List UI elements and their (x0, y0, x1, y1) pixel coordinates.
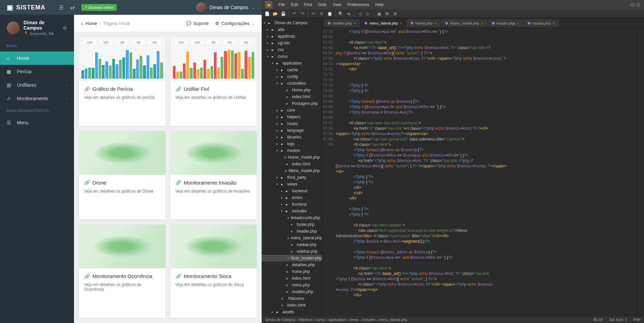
close-icon[interactable]: × (400, 22, 402, 25)
search-icon[interactable]: 🔍 (337, 10, 344, 17)
online-badge[interactable]: 7 Usuários online (81, 4, 117, 11)
tree-item[interactable]: ●header.php (262, 228, 322, 235)
next-icon[interactable]: ▷ (364, 10, 372, 17)
tree-item[interactable]: ●Menu_model.php (262, 167, 322, 174)
tree-item[interactable]: ●home.php (262, 268, 322, 275)
dashboard-card[interactable]: 11661045398366658🔗Gráfico de PeríciaVeja… (79, 37, 165, 126)
dashboard-card[interactable]: 🔗Monitoramento SiocaVeja em detalhes os … (171, 225, 257, 318)
minimap[interactable] (637, 28, 644, 316)
sidebar-item-pericia[interactable]: ▦Perícia (0, 65, 74, 78)
close-icon[interactable]: × (517, 22, 519, 25)
settings-icon[interactable]: ⚙ (391, 10, 399, 17)
tab-header.php[interactable]: header.php× (488, 19, 523, 27)
sublime-logo-icon[interactable]: ◆ (265, 1, 272, 8)
tree-item[interactable]: ●menu_lateral.php (262, 235, 322, 241)
tree-item[interactable]: ▸▸css (262, 46, 322, 53)
tree-item[interactable]: ●index.html (262, 161, 322, 167)
minimize-button[interactable] (630, 2, 635, 7)
status-tabsize[interactable]: Tab Size: 2 (609, 318, 627, 322)
gear-icon[interactable]: ⚙ (63, 25, 67, 31)
new-file-icon[interactable]: 📄 (263, 10, 271, 17)
tree-item[interactable]: ●modelo.php (262, 288, 322, 295)
topbar-username[interactable]: Dimas de Campos (210, 5, 248, 10)
tree-item[interactable]: ▾▸views (262, 181, 322, 188)
settings-link[interactable]: ⚙Configurações ⌄ (215, 21, 255, 26)
tree-item[interactable]: ●breadcrumb.php (262, 214, 322, 221)
tree-item[interactable]: ●navbar.php (262, 241, 322, 248)
tree-item[interactable]: ▾▸models (262, 147, 322, 154)
tree-item[interactable]: ▾▸application (262, 60, 322, 67)
chevron-down-icon[interactable]: ⌄ (252, 5, 255, 10)
save-icon[interactable]: 💾 (279, 10, 287, 17)
tree-item[interactable]: ▸▸cgi-bin (262, 40, 322, 46)
paste-icon[interactable]: 📋 (326, 10, 333, 17)
dashboard-card[interactable]: 🔗DroneVeja em detalhes os gráficos de Dr… (79, 131, 165, 220)
tree-item[interactable]: ▾▸controllers (262, 80, 322, 87)
dashboard-card[interactable]: 11661045398366658🔗Unifilar FiolVeja em d… (171, 37, 257, 126)
redo-icon[interactable]: ↷ (299, 10, 306, 17)
tree-item[interactable]: ▸▸appdimas (262, 33, 322, 40)
code-content[interactable]: <?php if ($menus->pai =='' and $menus->f… (336, 28, 637, 316)
tree-item[interactable]: ▸▸helpers (262, 114, 322, 120)
tab-Home_model.php[interactable]: Home_model.php× (441, 19, 487, 27)
sidebar-item-monitoramento[interactable]: ⬀Monitoramento› (0, 92, 74, 105)
tree-item[interactable]: ▸▸cache (262, 67, 322, 73)
menu-file[interactable]: File (278, 2, 285, 7)
tree-item[interactable]: ●footer.php (262, 221, 322, 228)
sidebar-item-unifilares[interactable]: ▥Unifilares› (0, 78, 74, 92)
tree-item[interactable]: ▸▸libraries (262, 134, 322, 140)
tree-item[interactable]: ●.htaccess (262, 295, 322, 302)
undo-icon[interactable]: ↶ (291, 10, 298, 17)
sidebar-item-menu[interactable]: ☰Menu (0, 116, 74, 129)
menu-edit[interactable]: Edit (291, 2, 298, 7)
status-language[interactable]: PHP (633, 318, 641, 322)
tree-root[interactable]: ▾▸Dimas de Campos (262, 19, 322, 26)
dashboard-card[interactable]: 🔗Monitoramento OcorrênciaVeja em detalhe… (79, 225, 165, 318)
support-link[interactable]: 💬Suporte (186, 21, 209, 26)
menu-find[interactable]: Find (304, 2, 312, 7)
tree-item[interactable]: ●menu.php (262, 282, 322, 288)
file-tree[interactable]: ▾▸Dimas de Campos▸▸alta▸▸appdimas▸▸cgi-b… (262, 18, 322, 316)
tree-item[interactable]: ▾▸includes (262, 208, 322, 214)
close-icon[interactable]: × (553, 22, 555, 25)
prev-icon[interactable]: ◁ (356, 10, 364, 17)
tree-item[interactable]: ●index.html (262, 275, 322, 282)
tree-item[interactable]: ▾▸curso (262, 53, 322, 60)
tab-Home.php[interactable]: Home.php× (407, 19, 441, 27)
tree-item[interactable]: ▸▸logs (262, 140, 322, 147)
tree-item[interactable]: ▸▸alta (262, 26, 322, 33)
replace-icon[interactable]: ⇆ (345, 10, 352, 17)
tree-item[interactable]: ▸▸assets (262, 309, 322, 315)
maximize-button[interactable] (636, 2, 641, 7)
profile-avatar[interactable] (7, 22, 20, 34)
copy-icon[interactable]: ⎘ (318, 10, 325, 17)
close-icon[interactable]: × (354, 22, 356, 25)
close-icon[interactable]: × (481, 22, 483, 25)
sidebar-item-home[interactable]: ⌂Home (0, 51, 74, 65)
tree-item[interactable]: ▸▸config (262, 73, 322, 80)
breadcrumb-home[interactable]: ⌂Home (81, 21, 97, 26)
avatar[interactable] (196, 2, 206, 12)
menu-view[interactable]: View (333, 2, 341, 7)
tab-modelo.php[interactable]: modelo.php× (324, 19, 360, 27)
open-file-icon[interactable]: 📂 (271, 10, 279, 17)
cut-icon[interactable]: ✂ (310, 10, 317, 17)
status-position[interactable]: 65:18 (593, 318, 603, 322)
close-icon[interactable]: × (434, 22, 437, 25)
console-icon[interactable]: ▣ (375, 10, 383, 17)
tree-item[interactable]: ▸▸third_party (262, 174, 322, 181)
tree-item[interactable]: ●index.html (262, 302, 322, 309)
tree-item[interactable]: ●titulo_header.php (262, 255, 322, 261)
tree-item[interactable]: ●Postagem.php (262, 100, 322, 107)
menu-help[interactable]: Help (375, 2, 384, 7)
tree-item[interactable]: ●sidebar.php (262, 248, 322, 255)
terminal-icon[interactable]: ⌘ (383, 10, 391, 17)
tree-item[interactable]: ▸▸language (262, 127, 322, 134)
tree-item[interactable]: ▸▸hooks (262, 120, 322, 127)
tree-item[interactable]: ▸▸backend (262, 188, 322, 194)
dashboard-card[interactable]: 🔗Monitoramento InvasãoVeja em detalhes o… (171, 131, 257, 220)
tree-item[interactable]: ●Home.php (262, 87, 322, 93)
tree-item[interactable]: ▸▸core (262, 107, 322, 114)
tree-item[interactable]: ●detalhes.php (262, 261, 322, 268)
menu-toggle-icon[interactable]: ☰ (59, 4, 64, 11)
